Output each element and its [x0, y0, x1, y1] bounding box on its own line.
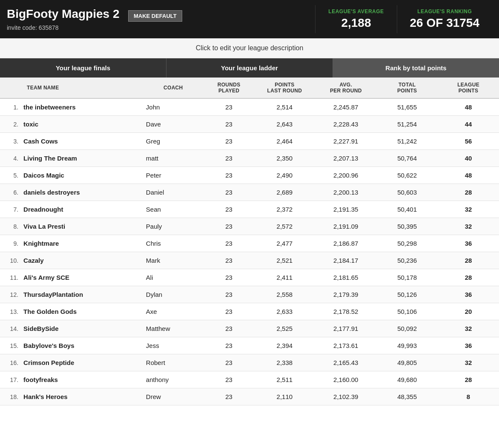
table-row[interactable]: 7.DreadnoughtSean232,3722,191.3550,40132 [0, 201, 499, 218]
team-title-row: BigFooty Magpies 2 MAKE DEFAULT [7, 7, 182, 22]
table-row[interactable]: 8.Viva La PrestiPauly232,5722,191.0950,3… [0, 218, 499, 235]
cell-league-points: 32 [438, 201, 499, 218]
table-row[interactable]: 16.Crimson PeptideRobert232,3382,165.434… [0, 354, 499, 371]
cell-rounds-played: 23 [204, 150, 254, 167]
cell-league-points: 8 [438, 388, 499, 405]
header-stats: LEAGUE'S AVERAGE 2,188 LEAGUE'S RANKING … [315, 5, 492, 33]
cell-avg-per-round: 2,191.35 [315, 201, 376, 218]
cell-rank: 17. [0, 371, 20, 388]
table-header-row: TEAM NAME COACH ROUNDSPLAYED POINTSLAST … [0, 78, 499, 98]
cell-rounds-played: 23 [204, 354, 254, 371]
table-row[interactable]: 15.Babylove's BoysJess232,3942,173.6149,… [0, 337, 499, 354]
cell-points-last-round: 2,521 [254, 252, 315, 269]
cell-points-last-round: 2,350 [254, 150, 315, 167]
cell-team-name: Cash Cows [20, 133, 143, 150]
make-default-button[interactable]: MAKE DEFAULT [128, 10, 182, 22]
cell-total-points: 51,655 [376, 98, 438, 116]
cell-team-name: SideBySide [20, 320, 143, 337]
tab-rank-total[interactable]: Rank by total points [333, 58, 499, 78]
cell-avg-per-round: 2,165.43 [315, 354, 376, 371]
cell-coach: John [143, 98, 204, 116]
cell-coach: Robert [143, 354, 204, 371]
cell-points-last-round: 2,689 [254, 184, 315, 201]
table-row[interactable]: 9.KnightmareChris232,4772,186.8750,29836 [0, 235, 499, 252]
cell-rounds-played: 23 [204, 218, 254, 235]
cell-rank: 7. [0, 201, 20, 218]
cell-total-points: 50,603 [376, 184, 438, 201]
col-header-league: LEAGUEPOINTS [438, 78, 499, 98]
table-row[interactable]: 6.daniels destroyersDaniel232,6892,200.1… [0, 184, 499, 201]
cell-team-name: the inbetweeners [20, 98, 143, 116]
cell-rounds-played: 23 [204, 286, 254, 303]
cell-rank: 4. [0, 150, 20, 167]
table-row[interactable]: 14.SideBySideMatthew232,5252,177.9150,09… [0, 320, 499, 337]
cell-rank: 10. [0, 252, 20, 269]
cell-team-name: Hank's Heroes [20, 388, 143, 405]
league-average-value: 2,188 [328, 16, 384, 30]
col-header-points-last: POINTSLAST ROUND [254, 78, 315, 98]
tab-league-ladder[interactable]: Your league ladder [166, 58, 333, 78]
cell-league-points: 36 [438, 337, 499, 354]
cell-coach: Mark [143, 252, 204, 269]
cell-rounds-played: 23 [204, 269, 254, 286]
table-row[interactable]: 4.Living The Dreammatt232,3502,207.1350,… [0, 150, 499, 167]
cell-avg-per-round: 2,184.17 [315, 252, 376, 269]
cell-total-points: 50,106 [376, 303, 438, 320]
cell-team-name: footyfreaks [20, 371, 143, 388]
cell-team-name: Ali's Army SCE [20, 269, 143, 286]
table-row[interactable]: 11.Ali's Army SCEAli232,4112,181.6550,17… [0, 269, 499, 286]
cell-team-name: Living The Dream [20, 150, 143, 167]
cell-avg-per-round: 2,228.43 [315, 116, 376, 133]
cell-points-last-round: 2,525 [254, 320, 315, 337]
cell-total-points: 50,126 [376, 286, 438, 303]
description-bar[interactable]: Click to edit your league description [0, 38, 499, 58]
table-row[interactable]: 18.Hank's HeroesDrew232,1102,102.3948,35… [0, 388, 499, 405]
cell-coach: Dave [143, 116, 204, 133]
tab-league-finals[interactable]: Your league finals [0, 58, 166, 78]
cell-league-points: 32 [438, 218, 499, 235]
table-row[interactable]: 5.Daicos MagicPeter232,4902,200.9650,622… [0, 167, 499, 184]
cell-total-points: 51,254 [376, 116, 438, 133]
cell-avg-per-round: 2,160.00 [315, 371, 376, 388]
cell-rank: 5. [0, 167, 20, 184]
cell-avg-per-round: 2,186.87 [315, 235, 376, 252]
col-header-coach: COACH [143, 78, 204, 98]
cell-total-points: 50,395 [376, 218, 438, 235]
table-row[interactable]: 12.ThursdayPlantationDylan232,5582,179.3… [0, 286, 499, 303]
table-row[interactable]: 13.The Golden GodsAxe232,6332,178.5250,1… [0, 303, 499, 320]
cell-coach: anthony [143, 371, 204, 388]
cell-league-points: 48 [438, 98, 499, 116]
cell-league-points: 48 [438, 167, 499, 184]
cell-total-points: 49,993 [376, 337, 438, 354]
table-row[interactable]: 10.CazalyMark232,5212,184.1750,23628 [0, 252, 499, 269]
cell-coach: Drew [143, 388, 204, 405]
cell-total-points: 50,236 [376, 252, 438, 269]
cell-rank: 16. [0, 354, 20, 371]
table-row[interactable]: 2.toxicDave232,6432,228.4351,25444 [0, 116, 499, 133]
cell-league-points: 28 [438, 184, 499, 201]
col-header-rank [0, 78, 20, 98]
col-header-rounds: ROUNDSPLAYED [204, 78, 254, 98]
cell-total-points: 50,092 [376, 320, 438, 337]
cell-avg-per-round: 2,207.13 [315, 150, 376, 167]
cell-team-name: Knightmare [20, 235, 143, 252]
cell-team-name: Dreadnought [20, 201, 143, 218]
cell-rank: 12. [0, 286, 20, 303]
cell-rounds-played: 23 [204, 252, 254, 269]
cell-avg-per-round: 2,181.65 [315, 269, 376, 286]
table-row[interactable]: 17.footyfreaksanthony232,5112,160.0049,6… [0, 371, 499, 388]
cell-rank: 3. [0, 133, 20, 150]
invite-code: invite code: 635878 [7, 24, 182, 31]
header-left: BigFooty Magpies 2 MAKE DEFAULT invite c… [7, 7, 182, 31]
cell-rank: 1. [0, 98, 20, 116]
league-ranking-block: LEAGUE'S RANKING 26 OF 31754 [397, 5, 492, 33]
page-header: BigFooty Magpies 2 MAKE DEFAULT invite c… [0, 0, 499, 38]
table-row[interactable]: 1.the inbetweenersJohn232,5142,245.8751,… [0, 98, 499, 116]
cell-total-points: 50,622 [376, 167, 438, 184]
cell-points-last-round: 2,372 [254, 201, 315, 218]
cell-team-name: Viva La Presti [20, 218, 143, 235]
table-row[interactable]: 3.Cash CowsGreg232,4642,227.9151,24256 [0, 133, 499, 150]
cell-league-points: 28 [438, 269, 499, 286]
cell-team-name: Daicos Magic [20, 167, 143, 184]
cell-points-last-round: 2,558 [254, 286, 315, 303]
